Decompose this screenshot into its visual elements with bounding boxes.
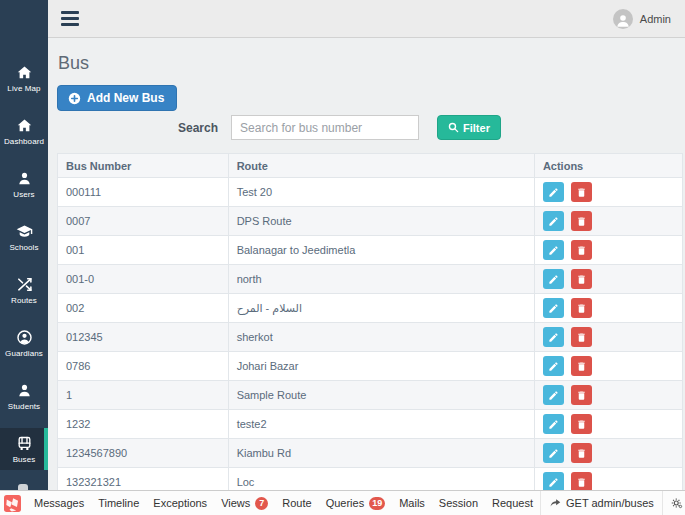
add-new-bus-button[interactable]: Add New Bus — [57, 85, 177, 111]
sidebar-item-icon — [16, 64, 33, 81]
bus-number-cell: 1232 — [58, 410, 229, 439]
actions-cell — [534, 439, 682, 468]
page-title: Bus — [58, 53, 683, 74]
sidebar-item-label: Guardians — [5, 349, 43, 358]
actions-cell — [534, 294, 682, 323]
debugbar-tab-request[interactable]: Request — [485, 491, 540, 515]
sidebar-item-live-map[interactable]: Live Map — [0, 57, 48, 99]
sidebar-item-guardians[interactable]: Guardians — [0, 322, 48, 364]
sidebar-item-icon — [16, 329, 33, 346]
edit-bus-button[interactable] — [543, 327, 564, 347]
debugbar-tab-route[interactable]: Route — [275, 491, 318, 515]
table-row: 0007 DPS Route — [58, 207, 683, 236]
sidebar-item-label: Users — [13, 190, 34, 199]
delete-bus-button[interactable] — [571, 414, 592, 434]
search-label: Search — [178, 121, 218, 135]
delete-bus-button[interactable] — [571, 240, 592, 260]
debugbar-memory[interactable]: 2MB — [662, 491, 685, 515]
bus-number-cell: 1 — [58, 381, 229, 410]
actions-cell — [534, 323, 682, 352]
count-badge: 19 — [369, 497, 385, 510]
delete-bus-button[interactable] — [571, 356, 592, 376]
debugbar-tab-views[interactable]: Views 7 — [214, 491, 275, 515]
filter-button[interactable]: Filter — [437, 115, 501, 140]
sidebar-item-label: Routes — [11, 296, 37, 305]
debugbar-tab-label: Views — [221, 497, 250, 509]
delete-bus-button[interactable] — [571, 182, 592, 202]
sidebar-item-buses[interactable]: Buses — [0, 428, 48, 470]
delete-bus-button[interactable] — [571, 472, 592, 490]
sidebar-item-label: Dashboard — [4, 137, 44, 146]
debugbar-tab-session[interactable]: Session — [432, 491, 485, 515]
actions-cell — [534, 207, 682, 236]
laravel-logo[interactable] — [4, 495, 21, 512]
delete-bus-button[interactable] — [571, 443, 592, 463]
debugbar-tab-timeline[interactable]: Timeline — [91, 491, 146, 515]
user-menu[interactable]: Admin — [613, 9, 671, 29]
trash-icon — [576, 448, 587, 459]
table-row: 012345 sherkot — [58, 323, 683, 352]
request-route-label: GET admin/buses — [566, 497, 654, 509]
search-icon — [448, 122, 459, 133]
sidebar-item-students[interactable]: Students — [0, 375, 48, 417]
debugbar-tab-queries[interactable]: Queries 19 — [319, 491, 393, 515]
debugbar-tab-label: Timeline — [98, 497, 139, 509]
edit-bus-button[interactable] — [543, 443, 564, 463]
edit-bus-button[interactable] — [543, 182, 564, 202]
actions-cell — [534, 236, 682, 265]
sidebar-item-users[interactable]: Users — [0, 163, 48, 205]
debugbar-tab-mails[interactable]: Mails — [392, 491, 432, 515]
edit-bus-button[interactable] — [543, 356, 564, 376]
route-cell: Balanagar to Jeedimetla — [228, 236, 534, 265]
route-cell: Loc — [228, 468, 534, 491]
delete-bus-button[interactable] — [571, 298, 592, 318]
debugbar-request[interactable]: GET admin/buses — [540, 491, 662, 515]
edit-bus-button[interactable] — [543, 211, 564, 231]
bus-number-cell: 132321321 — [58, 468, 229, 491]
pencil-icon — [548, 245, 559, 256]
debugbar-tab-exceptions[interactable]: Exceptions — [146, 491, 214, 515]
sidebar-item-icon — [16, 435, 33, 452]
delete-bus-button[interactable] — [571, 327, 592, 347]
edit-bus-button[interactable] — [543, 414, 564, 434]
route-cell: Kiambu Rd — [228, 439, 534, 468]
sidebar-item-schools[interactable]: Schools — [0, 216, 48, 258]
search-input[interactable] — [231, 115, 419, 140]
filter-button-label: Filter — [463, 122, 490, 134]
pencil-icon — [548, 448, 559, 459]
debugbar-tab-messages[interactable]: Messages — [27, 491, 91, 515]
edit-bus-button[interactable] — [543, 240, 564, 260]
delete-bus-button[interactable] — [571, 211, 592, 231]
edit-bus-button[interactable] — [543, 472, 564, 490]
table-header-row: Bus Number Route Actions — [58, 154, 683, 178]
pencil-icon — [548, 361, 559, 372]
plus-circle-icon — [68, 92, 81, 105]
table-row: 132321321 Loc — [58, 468, 683, 491]
count-badge: 7 — [255, 497, 268, 510]
search-row: Search Filter — [178, 115, 683, 140]
route-cell: Sample Route — [228, 381, 534, 410]
sidebar-item-icon — [16, 223, 33, 240]
pencil-icon — [548, 274, 559, 285]
delete-bus-button[interactable] — [571, 385, 592, 405]
debugbar-tab-label: Request — [492, 497, 533, 509]
main-content: Bus Add New Bus Search Filter Bus — [48, 39, 685, 490]
pencil-icon — [548, 303, 559, 314]
sidebar-item-dashboard[interactable]: Dashboard — [0, 110, 48, 152]
hamburger-menu-icon[interactable] — [57, 7, 83, 30]
table-row: 1232 teste2 — [58, 410, 683, 439]
pencil-icon — [548, 419, 559, 430]
sidebar-item-routes[interactable]: Routes — [0, 269, 48, 311]
sidebar-item-icon — [16, 170, 33, 187]
delete-bus-button[interactable] — [571, 269, 592, 289]
bus-table: Bus Number Route Actions 000111 Test 20 — [57, 153, 683, 490]
cogs-icon — [671, 497, 683, 509]
bus-number-cell: 1234567890 — [58, 439, 229, 468]
sidebar-item-label: Buses — [13, 455, 36, 464]
table-row: 1234567890 Kiambu Rd — [58, 439, 683, 468]
sidebar-nav: Live Map Dashboard Users Schools — [0, 0, 48, 481]
edit-bus-button[interactable] — [543, 298, 564, 318]
edit-bus-button[interactable] — [543, 269, 564, 289]
actions-cell — [534, 410, 682, 439]
edit-bus-button[interactable] — [543, 385, 564, 405]
